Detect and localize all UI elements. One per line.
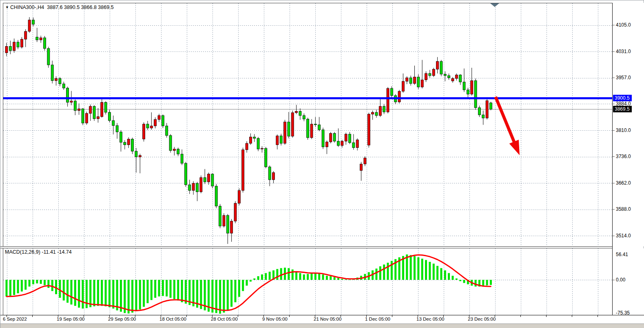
price-axis-label: 3736.0 xyxy=(616,154,631,159)
current-price-badge: 3869.5 xyxy=(613,106,632,112)
price-axis-label: 3514.0 xyxy=(616,233,631,239)
chart-window: ▼CHINA300-,H4 3887.6 3890.5 3866.8 3869.… xyxy=(0,0,644,328)
symbol-name: CHINA300-,H4 xyxy=(10,4,44,10)
price-tick xyxy=(613,209,615,210)
time-axis-label: 29 Sep 05:00 xyxy=(108,317,136,321)
time-tick xyxy=(598,315,598,317)
trend-arrow-head[interactable] xyxy=(509,140,520,155)
macd-chart[interactable] xyxy=(3,248,612,315)
price-tick xyxy=(613,130,615,131)
macd-axis[interactable]: 56.410.00-75.35 xyxy=(613,248,644,315)
price-axis-label: 4105.0 xyxy=(616,22,631,28)
macd-axis-label: 0.00 xyxy=(616,277,625,283)
time-tick xyxy=(289,315,290,317)
time-axis-label: 1 Dec 05:00 xyxy=(365,317,390,321)
price-tick xyxy=(613,183,615,183)
horizontal-line-3900[interactable] xyxy=(3,97,612,99)
price-axis-label: 3588.0 xyxy=(616,206,631,212)
price-tick xyxy=(613,25,615,25)
time-tick xyxy=(186,315,187,317)
price-axis-label: 4031.0 xyxy=(616,49,631,54)
time-tick xyxy=(32,315,33,317)
axis-border xyxy=(612,3,613,315)
price-tick xyxy=(613,236,615,236)
symbol-header: ▼CHINA300-,H4 3887.6 3890.5 3866.8 3869.… xyxy=(5,4,114,10)
time-axis-label: 13 Dec 05:00 xyxy=(416,317,444,321)
main-chart-plot[interactable]: ▼CHINA300-,H4 3887.6 3890.5 3866.8 3869.… xyxy=(3,3,612,246)
price-axis-label: 3662.0 xyxy=(616,180,631,186)
macd-panel[interactable]: MACD(12,26,9) -11.41 -14.74 xyxy=(3,248,612,315)
time-axis-label: 6 Sep 2022 xyxy=(3,317,27,321)
trend-arrow-shaft[interactable] xyxy=(496,97,515,144)
price-tick xyxy=(613,104,615,104)
chart-shift-marker-icon[interactable] xyxy=(490,3,499,7)
macd-indicator-label: MACD(12,26,9) -11.41 -14.74 xyxy=(5,249,72,255)
macd-tick xyxy=(613,280,615,280)
macd-axis-label: 56.41 xyxy=(616,252,628,257)
time-axis-label: 9 Nov 05:00 xyxy=(262,317,288,321)
time-axis-label: 19 Sep 05:00 xyxy=(57,317,84,321)
price-tick xyxy=(613,156,615,157)
time-axis-label: 23 Dec 05:00 xyxy=(468,317,496,321)
price-axis-label: 3810.0 xyxy=(616,127,631,133)
price-tick xyxy=(613,51,615,52)
macd-histogram xyxy=(6,254,492,314)
time-tick xyxy=(238,315,238,317)
bottom-scroll-strip xyxy=(0,324,644,328)
time-tick xyxy=(392,315,392,317)
price-axis-label: 3957.0 xyxy=(616,75,631,80)
candlestick-chart[interactable] xyxy=(3,3,612,246)
hline-price-badge: 3900.5 xyxy=(613,95,632,101)
time-axis-label: 28 Oct 05:00 xyxy=(211,317,238,321)
price-tick xyxy=(613,78,615,78)
time-tick xyxy=(572,315,572,317)
collapse-chevron-icon[interactable]: ▼ xyxy=(5,5,9,9)
time-axis-label: 21 Nov 05:00 xyxy=(314,317,341,321)
time-axis[interactable]: 6 Sep 202219 Sep 05:0029 Sep 05:0018 Oct… xyxy=(0,315,644,324)
time-tick xyxy=(546,315,547,317)
price-axis[interactable]: 4105.04031.03957.03884.03810.03736.03662… xyxy=(613,3,644,246)
time-axis-label: 18 Oct 05:00 xyxy=(159,317,186,321)
time-tick xyxy=(520,315,521,317)
ohlc-readout: 3887.6 3890.5 3866.8 3869.5 xyxy=(47,4,113,10)
